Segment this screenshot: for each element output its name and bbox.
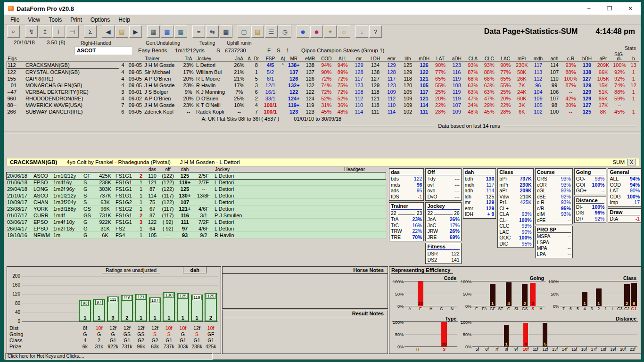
open-file-button[interactable]: ▤ — [116, 25, 128, 38]
runner-jockey: K J Manning — [196, 89, 232, 95]
card-grid-button[interactable]: ▦ — [147, 25, 160, 38]
maximize-button[interactable]: ❐ — [599, 2, 620, 15]
stat-value: 93% — [561, 182, 571, 188]
horse-header-bar[interactable]: CRACKSMAN(GB) 4yo Colt by Frankel - Rhad… — [7, 158, 639, 166]
form-row[interactable]: 26/04/17EPSO1m2f 18yG31KFS2164( 92)974/6… — [7, 225, 386, 232]
runner-indicator — [280, 108, 286, 115]
result-notes-panel[interactable]: Result Notes — [222, 310, 388, 354]
bulb-button[interactable]: ☼ — [338, 25, 350, 38]
runner-stat-CLA: 93% — [465, 62, 481, 69]
plug-button[interactable]: ⊣ — [66, 25, 79, 38]
form-course: EPSO — [33, 219, 53, 225]
key-button[interactable]: ✦ — [324, 25, 337, 38]
pin-button[interactable]: ⊤ — [52, 25, 65, 38]
menu-options[interactable]: Options — [86, 16, 114, 24]
y-axis-tick: 200 — [8, 273, 20, 279]
runner-row[interactable]: --47VERBAL DEXTERITY(IRE)309-01J S Bolge… — [7, 89, 640, 95]
runner-trainer: J H M Gosde — [144, 82, 181, 89]
runner-stat-CLA: 63% — [465, 82, 481, 89]
runner-forecast-sp: 33/1 — [261, 95, 280, 102]
category-label: A — [405, 306, 415, 311]
form-row[interactable]: 10/09/17CHAN1m3f204yS63KFS1G2175(122)107… — [7, 199, 386, 206]
runner-row[interactable]: 122CRYSTAL OCEAN(GB)409-05Sir Michael17%… — [7, 69, 640, 76]
monitor-button[interactable]: ▢ — [238, 25, 250, 38]
rating-bar: 931 — [79, 300, 91, 321]
runner-stat-CLC: 68% — [481, 75, 497, 82]
runner-trainer-pct: 23% — [181, 82, 195, 89]
people-button[interactable]: ☻ — [310, 25, 323, 38]
form-row[interactable]: 29/04/18LONG1m2f 96yG303KFS1G1187(122)12… — [7, 186, 386, 192]
stat-label: bds — [391, 176, 399, 182]
runner-row[interactable]: 960RHODODENDRON(IRE)409-02A P O'Brien20%… — [7, 95, 640, 102]
swap-button[interactable]: ⇆ — [206, 25, 219, 38]
next-race-button[interactable]: ▶ — [129, 25, 142, 38]
metric-button[interactable]: dah — [183, 267, 206, 273]
jockey-button[interactable]: ☻ — [297, 25, 309, 38]
form-row[interactable]: 19/10/16NEWM1mG6KFS41105--939/2R Havlin — [7, 232, 386, 239]
form-going: GS — [83, 206, 95, 212]
runner-weight: 09-05 — [127, 108, 144, 115]
calculator-icon: ▦ — [223, 28, 229, 35]
run-dist-value: 12f — [148, 325, 162, 331]
sigma-button[interactable]: Σ — [84, 25, 97, 38]
runner-stat-mr: 117 — [351, 75, 367, 82]
runner-row[interactable]: 112CRACKSMAN(GB)409-05J H M Gosde23%L De… — [7, 62, 640, 69]
hotkeys-hint[interactable]: Click here for Hot Keys and Clicks.... — [5, 353, 213, 360]
ratings-button[interactable]: = — [192, 25, 205, 38]
finish-position: 1 — [178, 315, 188, 321]
calendar-button[interactable]: ▦ — [174, 25, 187, 38]
close-button[interactable]: ✕ — [620, 2, 641, 15]
runner-row[interactable]: 266SUBWAY DANCER(IRE)609-05Zdenek Kopl--… — [7, 108, 640, 115]
stopwatch-button[interactable]: ◷ — [279, 25, 291, 38]
form-row[interactable]: 23/08/17YORK1m3f188yGS96KFS1G2167(117)12… — [7, 206, 386, 212]
menu-help[interactable]: Help — [114, 16, 134, 24]
runner-row[interactable]: 88--MAVERICK WAVE(USA)709-05J H M Gosde2… — [7, 102, 640, 108]
close-panel-button[interactable]: X — [627, 159, 636, 165]
stats-link[interactable]: Stats — [625, 45, 636, 51]
runner-row[interactable]: 155CAPRI(IRE)409-05A P O'Brien20%R L Moo… — [7, 75, 640, 82]
menu-print[interactable]: Print — [66, 16, 86, 24]
horse-pedigree: 4yo Colt by Frankel - Rhadegunda (Pivota… — [66, 159, 171, 165]
form-date: 20/06/18 — [7, 173, 33, 179]
col-header-CLA: CLA — [465, 56, 481, 62]
download-button[interactable]: ↓ — [355, 25, 368, 38]
runner-stat-aPr: 85K — [595, 95, 611, 102]
stat-value: 129 — [486, 199, 495, 206]
saddle-button[interactable]: ↥ — [39, 25, 51, 38]
stats-table-button[interactable]: ▦ — [161, 25, 173, 38]
stat-value: 95% — [522, 241, 532, 247]
binoculars-button[interactable]: ⌕ — [7, 25, 20, 38]
chart-title: Going — [460, 275, 546, 281]
form-row[interactable]: 21/10/17ASCO1m1f212yS737KFS1G11114(117)1… — [7, 192, 386, 199]
titlebar: DataForm Pro v20.8 – ❐ ✕ — [4, 2, 641, 15]
stat-box-title: das — [391, 169, 422, 175]
stat-box-draw: DrawDtA-1 — [608, 208, 642, 223]
divider-line — [504, 126, 637, 126]
form-row[interactable]: 03/06/17EPSO1m4f 10yG922KFS1G13122( 92)1… — [7, 219, 386, 225]
course-input[interactable]: ASCOT — [74, 47, 132, 55]
minimize-button[interactable]: – — [578, 2, 599, 15]
help-button[interactable]: ? — [369, 25, 382, 38]
y-axis-label: 0% — [548, 304, 559, 309]
menu-file[interactable]: File — [6, 16, 24, 24]
stat-label: DIC — [499, 241, 508, 247]
runner-stat-ldh: 105 — [400, 89, 416, 95]
runner-figs: 122 — [7, 69, 25, 76]
whip-button[interactable]: ↯ — [25, 25, 38, 38]
form-row[interactable]: 01/06/18EPSO1m4f 6yS238KFS1G11121(122)11… — [7, 179, 386, 186]
calculator-button[interactable]: ▦ — [220, 25, 232, 38]
run-going-value: GS — [120, 331, 134, 337]
prev-race-button[interactable]: ◀ — [102, 25, 115, 38]
list-button[interactable]: ☰ — [265, 25, 278, 38]
menu-tools[interactable]: Tools — [44, 16, 66, 24]
form-row[interactable]: 01/07/17CURR1m4fGS731KFS1G1287(117)1163/… — [7, 212, 386, 219]
menu-view[interactable]: View — [24, 16, 44, 24]
runner-indicator — [280, 82, 286, 89]
folder-button[interactable]: ▤ — [251, 25, 264, 38]
run-dist-value: 12f — [120, 325, 134, 331]
form-row[interactable]: 20/06/18ASCO1m1f212yGF425KFS1G12110(122)… — [7, 173, 386, 179]
runner-row[interactable]: --01MONARCHS GLEN(GB)409-05J H M Gosde23… — [7, 82, 640, 89]
form-das: 64 — [145, 225, 159, 232]
race-header: 20/10/18 3.50 (8) Right-Handed Gen.Undul… — [4, 39, 641, 56]
horse-notes-panel[interactable]: Horse Notes — [222, 266, 388, 309]
